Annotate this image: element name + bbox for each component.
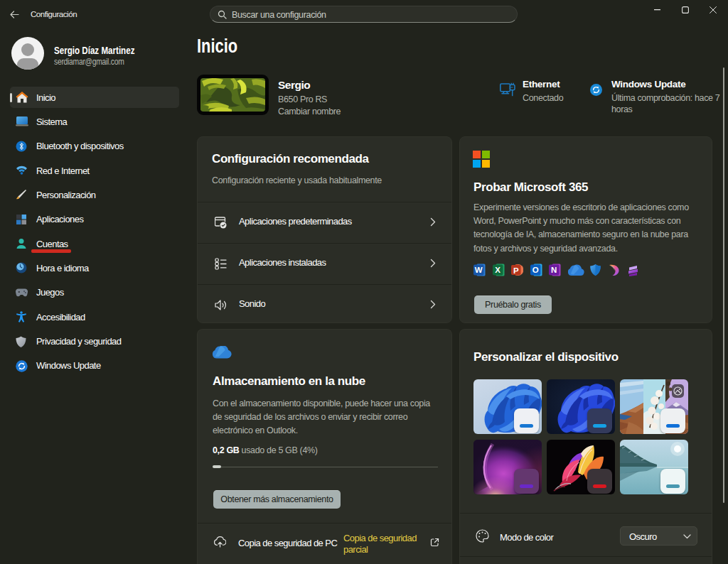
- svg-text:O: O: [532, 266, 538, 274]
- svg-text:P: P: [513, 266, 519, 275]
- svg-text:N: N: [551, 266, 557, 274]
- svg-text:W: W: [475, 266, 483, 274]
- svg-text:X: X: [495, 266, 500, 274]
